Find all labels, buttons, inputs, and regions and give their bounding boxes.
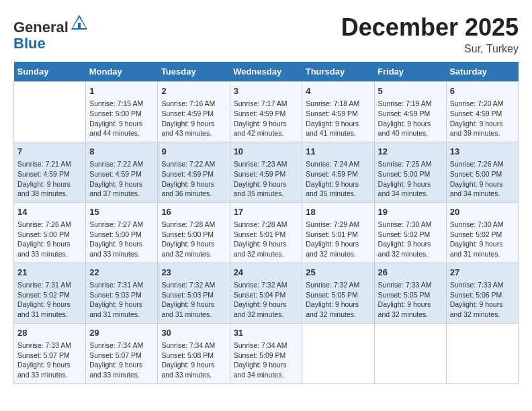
day-number: 1 <box>89 85 154 97</box>
calendar-cell <box>446 323 518 383</box>
day-number: 4 <box>306 85 370 97</box>
day-number: 21 <box>17 267 82 279</box>
day-number: 17 <box>234 206 299 218</box>
day-info: Sunrise: 7:16 AM Sunset: 4:59 PM Dayligh… <box>161 99 226 138</box>
calendar-table: SundayMondayTuesdayWednesdayThursdayFrid… <box>13 62 519 384</box>
day-info: Sunrise: 7:21 AM Sunset: 4:59 PM Dayligh… <box>17 159 82 199</box>
calendar-cell: 22Sunrise: 7:31 AM Sunset: 5:03 PM Dayli… <box>86 263 158 323</box>
day-info: Sunrise: 7:28 AM Sunset: 5:00 PM Dayligh… <box>161 220 226 259</box>
day-number: 7 <box>17 146 82 158</box>
calendar-cell: 26Sunrise: 7:33 AM Sunset: 5:05 PM Dayli… <box>374 263 446 323</box>
calendar-cell: 21Sunrise: 7:31 AM Sunset: 5:02 PM Dayli… <box>14 263 86 323</box>
day-info: Sunrise: 7:24 AM Sunset: 4:59 PM Dayligh… <box>306 159 370 199</box>
day-info: Sunrise: 7:33 AM Sunset: 5:06 PM Dayligh… <box>450 280 515 320</box>
day-number: 26 <box>378 267 443 279</box>
calendar-cell: 3Sunrise: 7:17 AM Sunset: 4:59 PM Daylig… <box>230 82 302 142</box>
calendar-cell: 12Sunrise: 7:25 AM Sunset: 5:00 PM Dayli… <box>374 142 446 202</box>
day-info: Sunrise: 7:27 AM Sunset: 5:00 PM Dayligh… <box>89 220 154 259</box>
calendar-cell: 29Sunrise: 7:34 AM Sunset: 5:07 PM Dayli… <box>86 323 158 383</box>
calendar-cell: 14Sunrise: 7:26 AM Sunset: 5:00 PM Dayli… <box>14 202 86 263</box>
day-number: 11 <box>306 146 370 158</box>
day-number: 8 <box>89 146 154 158</box>
calendar-cell: 19Sunrise: 7:30 AM Sunset: 5:02 PM Dayli… <box>374 202 446 263</box>
logo: General Blue <box>13 13 89 52</box>
calendar-cell: 2Sunrise: 7:16 AM Sunset: 4:59 PM Daylig… <box>158 82 230 142</box>
day-number: 31 <box>234 327 299 339</box>
day-info: Sunrise: 7:30 AM Sunset: 5:02 PM Dayligh… <box>450 220 515 259</box>
day-info: Sunrise: 7:22 AM Sunset: 4:59 PM Dayligh… <box>161 159 226 199</box>
day-info: Sunrise: 7:32 AM Sunset: 5:03 PM Dayligh… <box>161 280 226 320</box>
calendar-cell: 7Sunrise: 7:21 AM Sunset: 4:59 PM Daylig… <box>14 142 86 202</box>
day-info: Sunrise: 7:33 AM Sunset: 5:07 PM Dayligh… <box>17 340 82 380</box>
day-info: Sunrise: 7:23 AM Sunset: 4:59 PM Dayligh… <box>234 159 299 199</box>
day-number: 30 <box>161 327 226 339</box>
calendar-cell: 18Sunrise: 7:29 AM Sunset: 5:01 PM Dayli… <box>302 202 374 263</box>
month-title: December 2025 <box>341 13 519 42</box>
day-number: 19 <box>378 206 443 218</box>
page-header: General Blue December 2025 Sur, Turkey <box>13 13 519 55</box>
calendar-cell: 13Sunrise: 7:26 AM Sunset: 5:00 PM Dayli… <box>446 142 518 202</box>
calendar-cell: 8Sunrise: 7:22 AM Sunset: 4:59 PM Daylig… <box>86 142 158 202</box>
day-info: Sunrise: 7:26 AM Sunset: 5:00 PM Dayligh… <box>450 159 515 199</box>
calendar-week-1: 1Sunrise: 7:15 AM Sunset: 5:00 PM Daylig… <box>14 82 519 142</box>
day-info: Sunrise: 7:28 AM Sunset: 5:01 PM Dayligh… <box>234 220 299 259</box>
calendar-cell: 23Sunrise: 7:32 AM Sunset: 5:03 PM Dayli… <box>158 263 230 323</box>
calendar-cell: 9Sunrise: 7:22 AM Sunset: 4:59 PM Daylig… <box>158 142 230 202</box>
day-info: Sunrise: 7:22 AM Sunset: 4:59 PM Dayligh… <box>89 159 154 199</box>
day-number: 15 <box>89 206 154 218</box>
location: Sur, Turkey <box>341 43 519 55</box>
calendar-week-5: 28Sunrise: 7:33 AM Sunset: 5:07 PM Dayli… <box>14 323 519 383</box>
logo-blue: Blue <box>13 35 46 52</box>
calendar-cell: 15Sunrise: 7:27 AM Sunset: 5:00 PM Dayli… <box>86 202 158 263</box>
day-number: 3 <box>234 85 299 97</box>
day-number: 2 <box>161 85 226 97</box>
calendar-week-4: 21Sunrise: 7:31 AM Sunset: 5:02 PM Dayli… <box>14 263 519 323</box>
calendar-cell: 17Sunrise: 7:28 AM Sunset: 5:01 PM Dayli… <box>230 202 302 263</box>
day-info: Sunrise: 7:33 AM Sunset: 5:05 PM Dayligh… <box>378 280 443 320</box>
calendar-cell: 24Sunrise: 7:32 AM Sunset: 5:04 PM Dayli… <box>230 263 302 323</box>
calendar-cell: 1Sunrise: 7:15 AM Sunset: 5:00 PM Daylig… <box>86 82 158 142</box>
header-friday: Friday <box>374 62 446 82</box>
day-info: Sunrise: 7:34 AM Sunset: 5:08 PM Dayligh… <box>161 340 226 380</box>
calendar-week-2: 7Sunrise: 7:21 AM Sunset: 4:59 PM Daylig… <box>14 142 519 202</box>
calendar-cell: 25Sunrise: 7:32 AM Sunset: 5:05 PM Dayli… <box>302 263 374 323</box>
calendar-cell: 11Sunrise: 7:24 AM Sunset: 4:59 PM Dayli… <box>302 142 374 202</box>
calendar-cell <box>302 323 374 383</box>
day-number: 20 <box>450 206 515 218</box>
header-wednesday: Wednesday <box>230 62 302 82</box>
day-info: Sunrise: 7:31 AM Sunset: 5:02 PM Dayligh… <box>17 280 82 320</box>
day-info: Sunrise: 7:34 AM Sunset: 5:09 PM Dayligh… <box>234 340 299 380</box>
calendar-cell: 6Sunrise: 7:20 AM Sunset: 4:59 PM Daylig… <box>446 82 518 142</box>
day-number: 25 <box>306 267 370 279</box>
day-number: 23 <box>161 267 226 279</box>
calendar-cell: 20Sunrise: 7:30 AM Sunset: 5:02 PM Dayli… <box>446 202 518 263</box>
day-info: Sunrise: 7:31 AM Sunset: 5:03 PM Dayligh… <box>89 280 154 320</box>
day-info: Sunrise: 7:30 AM Sunset: 5:02 PM Dayligh… <box>378 220 443 259</box>
header-saturday: Saturday <box>446 62 518 82</box>
calendar-cell: 27Sunrise: 7:33 AM Sunset: 5:06 PM Dayli… <box>446 263 518 323</box>
day-number: 18 <box>306 206 370 218</box>
calendar-cell: 5Sunrise: 7:19 AM Sunset: 4:59 PM Daylig… <box>374 82 446 142</box>
calendar-cell: 10Sunrise: 7:23 AM Sunset: 4:59 PM Dayli… <box>230 142 302 202</box>
calendar-cell: 31Sunrise: 7:34 AM Sunset: 5:09 PM Dayli… <box>230 323 302 383</box>
day-info: Sunrise: 7:32 AM Sunset: 5:05 PM Dayligh… <box>306 280 370 320</box>
day-number: 27 <box>450 267 515 279</box>
day-number: 5 <box>378 85 443 97</box>
header-thursday: Thursday <box>302 62 374 82</box>
calendar-cell: 4Sunrise: 7:18 AM Sunset: 4:59 PM Daylig… <box>302 82 374 142</box>
title-block: December 2025 Sur, Turkey <box>341 13 519 55</box>
day-number: 16 <box>161 206 226 218</box>
logo-general: General <box>13 19 69 36</box>
day-info: Sunrise: 7:32 AM Sunset: 5:04 PM Dayligh… <box>234 280 299 320</box>
day-number: 10 <box>234 146 299 158</box>
day-number: 28 <box>17 327 82 339</box>
day-info: Sunrise: 7:26 AM Sunset: 5:00 PM Dayligh… <box>17 220 82 259</box>
header-row: SundayMondayTuesdayWednesdayThursdayFrid… <box>14 62 519 82</box>
calendar-cell: 30Sunrise: 7:34 AM Sunset: 5:08 PM Dayli… <box>158 323 230 383</box>
calendar-cell: 16Sunrise: 7:28 AM Sunset: 5:00 PM Dayli… <box>158 202 230 263</box>
day-number: 9 <box>161 146 226 158</box>
calendar-cell <box>14 82 86 142</box>
day-number: 12 <box>378 146 443 158</box>
day-info: Sunrise: 7:17 AM Sunset: 4:59 PM Dayligh… <box>234 99 299 138</box>
day-number: 6 <box>450 85 515 97</box>
